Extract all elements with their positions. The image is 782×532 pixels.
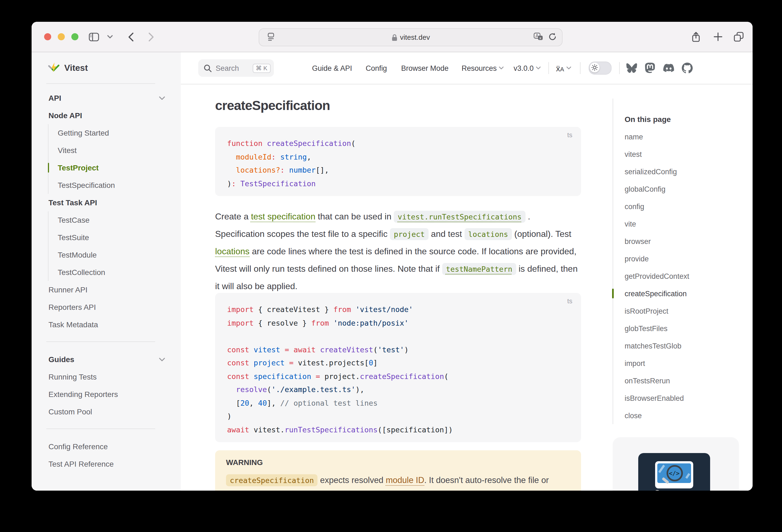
sun-icon xyxy=(590,63,600,72)
sponsor-illustration: </> xyxy=(638,453,710,491)
sidebar-divider xyxy=(46,429,155,429)
minimize-window-button[interactable] xyxy=(58,33,65,40)
svg-text:x: x xyxy=(539,36,541,40)
sidebar-item-reporters-api[interactable]: Reporters API xyxy=(42,298,170,316)
code-line: ) xyxy=(227,410,569,423)
zoom-window-button[interactable] xyxy=(71,33,78,40)
outline-item-vite[interactable]: vite xyxy=(625,215,741,233)
reload-icon[interactable] xyxy=(547,29,558,45)
sidebar-dropdown-chevron-icon[interactable] xyxy=(106,22,114,52)
outline-item-close[interactable]: close xyxy=(625,407,741,424)
sidebar-item-test-api-reference[interactable]: Test API Reference xyxy=(42,455,170,473)
sidebar-item-testmodule[interactable]: TestModule xyxy=(48,246,170,263)
sidebar-group: Getting StartedVitestTestProjectTestSpec… xyxy=(48,124,170,194)
sidebar-item-runner-api[interactable]: Runner API xyxy=(42,281,170,298)
outline-item-isbrowserenabled[interactable]: isBrowserEnabled xyxy=(625,389,741,407)
search-icon xyxy=(204,64,212,72)
outline-item-config[interactable]: config xyxy=(625,198,741,215)
forward-button-icon[interactable] xyxy=(145,22,156,52)
vitest-logo-icon xyxy=(47,62,60,74)
share-icon[interactable] xyxy=(690,22,702,52)
outline-item-isrootproject[interactable]: isRootProject xyxy=(625,302,741,320)
doc-link[interactable]: locations xyxy=(215,247,249,256)
sidebar-item-testcase[interactable]: TestCase xyxy=(48,211,170,229)
nav-item-resources[interactable]: Resources xyxy=(462,64,504,72)
magnifier-icon xyxy=(667,465,683,482)
code-line: const vitest = await createVitest('test'… xyxy=(227,343,569,356)
inline-code: createSpecification xyxy=(226,474,318,486)
sidebar-item-extending-reporters[interactable]: Extending Reporters xyxy=(42,386,170,403)
sidebar-nav: APINode APIGetting StartedVitestTestProj… xyxy=(42,84,170,473)
theme-toggle[interactable] xyxy=(589,62,611,75)
language-menu[interactable]: ẍA xyxy=(556,64,571,73)
outline-item-matchestestglob[interactable]: matchesTestGlob xyxy=(625,337,741,354)
sponsor-card[interactable]: </> xyxy=(613,437,739,491)
code-block-example: ts import { createVitest } from 'vitest/… xyxy=(215,293,581,442)
description-paragraph: Create a test specification that can be … xyxy=(215,208,581,295)
github-icon[interactable] xyxy=(682,63,693,73)
sidebar-toggle-icon[interactable] xyxy=(87,22,100,52)
code-line: function createSpecification( xyxy=(227,137,569,150)
outline-item-provide[interactable]: provide xyxy=(625,250,741,268)
nav-item-config[interactable]: Config xyxy=(366,64,387,72)
nav-item-v3-0-0[interactable]: v3.0.0 xyxy=(513,64,541,72)
chevron-down-icon xyxy=(159,96,165,100)
bluesky-icon[interactable] xyxy=(626,63,637,73)
outline-item-browser[interactable]: browser xyxy=(625,233,741,250)
search-shortcut-badge: ⌘ K xyxy=(252,64,271,73)
outline-item-serializedconfig[interactable]: serializedConfig xyxy=(625,163,741,180)
code-line: moduleId: string, xyxy=(227,150,569,163)
chevron-down-icon xyxy=(536,66,541,70)
sidebar-item-testproject[interactable]: TestProject xyxy=(48,159,170,176)
discord-icon[interactable] xyxy=(663,63,674,73)
nav-item-browser-mode[interactable]: Browser Mode xyxy=(401,64,449,72)
sidebar-item-node-api[interactable]: Node API xyxy=(42,107,170,124)
translate-icon[interactable]: Ax xyxy=(533,29,543,45)
main-area: Search ⌘ K Guide & APIConfigBrowser Mode… xyxy=(181,52,753,491)
sidebar-item-custom-pool[interactable]: Custom Pool xyxy=(42,403,170,420)
screen: vitest.dev Ax xyxy=(0,0,782,532)
new-tab-icon[interactable] xyxy=(712,22,724,52)
back-button-icon[interactable] xyxy=(125,22,136,52)
sidebar-item-testsuite[interactable]: TestSuite xyxy=(48,229,170,246)
search-button[interactable]: Search ⌘ K xyxy=(198,59,274,77)
tab-overview-icon[interactable] xyxy=(733,22,744,52)
sidebar-item-guides[interactable]: Guides xyxy=(42,351,170,368)
sidebar-item-getting-started[interactable]: Getting Started xyxy=(48,124,170,142)
sidebar-item-api[interactable]: API xyxy=(42,89,170,107)
outline-item-ontestsrerun[interactable]: onTestsRerun xyxy=(625,372,741,389)
browser-toolbar: vitest.dev Ax xyxy=(32,22,753,52)
warning-callout: WARNING createSpecification expects reso… xyxy=(215,450,581,491)
outline-item-getprovidedcontext[interactable]: getProvidedContext xyxy=(625,268,741,285)
outline-item-vitest[interactable]: vitest xyxy=(625,145,741,163)
sidebar-item-testspecification[interactable]: TestSpecification xyxy=(48,176,170,194)
close-window-button[interactable] xyxy=(44,33,51,40)
sidebar-item-task-metadata[interactable]: Task Metadata xyxy=(42,316,170,333)
code-block-signature: ts function createSpecification( moduleI… xyxy=(215,127,581,196)
sidebar-item-vitest[interactable]: Vitest xyxy=(48,142,170,159)
outline-item-createspecification[interactable]: createSpecification xyxy=(625,285,741,302)
nav-item-guide-api[interactable]: Guide & API xyxy=(312,64,352,72)
doc-link[interactable]: test specification xyxy=(251,212,316,221)
inline-code: project xyxy=(390,228,429,240)
vitest-logo[interactable]: Vitest xyxy=(42,52,170,83)
sidebar-divider xyxy=(46,342,155,342)
site-title: Vitest xyxy=(64,63,88,73)
mastodon-icon[interactable] xyxy=(645,63,656,73)
sidebar-item-config-reference[interactable]: Config Reference xyxy=(42,438,170,455)
outline-item-name[interactable]: name xyxy=(625,128,741,145)
outline-item-globtestfiles[interactable]: globTestFiles xyxy=(625,320,741,337)
sidebar-item-test-task-api[interactable]: Test Task API xyxy=(42,194,170,211)
address-bar[interactable]: vitest.dev Ax xyxy=(259,28,563,46)
inline-code-link[interactable]: vitest.runTestSpecifications xyxy=(394,211,525,223)
doc-link[interactable]: module ID xyxy=(386,475,424,485)
nav-divider xyxy=(580,62,580,74)
sidebar-item-running-tests[interactable]: Running Tests xyxy=(42,368,170,386)
inline-code: locations xyxy=(464,228,512,240)
outline-active-marker xyxy=(612,289,614,298)
code-line: [20, 40], // optional test lines xyxy=(227,396,569,410)
outline-item-globalconfig[interactable]: globalConfig xyxy=(625,180,741,198)
outline-item-import[interactable]: import xyxy=(625,354,741,372)
inline-code-link[interactable]: testNamePattern xyxy=(442,263,516,275)
sidebar-item-testcollection[interactable]: TestCollection xyxy=(48,263,170,281)
